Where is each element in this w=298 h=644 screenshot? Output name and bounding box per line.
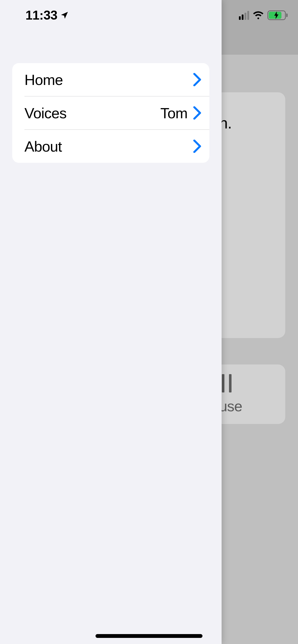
status-bar: 11:33 [0, 0, 298, 31]
menu-item-home[interactable]: Home [12, 63, 209, 96]
menu-item-label: About [24, 138, 193, 155]
menu-item-value: Tom [160, 105, 187, 122]
drawer-menu: Home Voices Tom About [12, 63, 209, 163]
wifi-icon [253, 10, 264, 21]
side-drawer: Home Voices Tom About [0, 0, 222, 644]
menu-item-label: Home [24, 71, 193, 88]
location-icon [60, 11, 69, 20]
pause-icon [222, 374, 232, 392]
status-time: 11:33 [25, 8, 57, 23]
chevron-right-icon [193, 73, 202, 86]
menu-item-voices[interactable]: Voices Tom [12, 96, 209, 129]
chevron-right-icon [193, 106, 202, 120]
chevron-right-icon [193, 140, 202, 153]
home-indicator[interactable] [96, 634, 202, 638]
battery-charging-icon [267, 10, 288, 20]
menu-item-label: Voices [24, 105, 160, 122]
cellular-icon [239, 11, 249, 20]
menu-item-about[interactable]: About [12, 130, 209, 163]
